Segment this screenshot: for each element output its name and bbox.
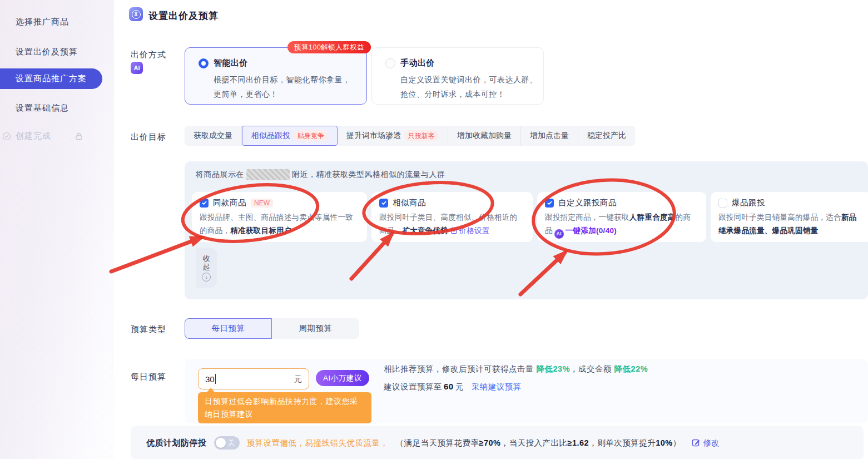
checkbox-checked-icon[interactable]	[200, 199, 209, 208]
yuan-badge-icon: ¥	[129, 7, 143, 21]
desc-line1: 根据不同出价目标，智能化帮你拿量，	[214, 75, 351, 84]
intro-prefix: 将商品展示在	[196, 170, 244, 180]
daily-budget-input[interactable]: 30 元	[198, 368, 309, 389]
collapse-button[interactable]: 收起 ‹	[196, 248, 217, 288]
one-key-add-link[interactable]: 一键添加(0/40)	[566, 226, 617, 235]
done-step-label: 创建完成	[16, 131, 51, 141]
bid-option-desc: 自定义设置关键词出价，可表达人群、 抢位、分时诉求，成本可控！	[400, 72, 538, 101]
segment-daily-budget[interactable]: 每日预算	[185, 318, 272, 339]
card-desc: 跟投品牌、主图、商品描述与卖点等属性一致的商品，精准获取目标用户	[200, 211, 359, 238]
impact-line: 相比推荐预算，修改后预计可获得点击量 降低23%，成交金额 降低22%	[384, 364, 648, 374]
tab-label: 增加点击量	[530, 131, 569, 141]
card-title: 自定义跟投商品	[558, 198, 617, 208]
tab-label: 获取成交量	[194, 131, 232, 141]
cond-value: ≥70%	[479, 438, 501, 447]
desc-bold: 继承爆品流量、爆品巩固销量	[718, 226, 818, 235]
card-title: 相似商品	[393, 198, 426, 208]
bid-target-label: 出价目标	[131, 132, 166, 142]
follow-card-same-product[interactable]: 同款商品 NEW 跟投品牌、主图、商品描述与卖点等属性一致的商品，精准获取目标用…	[192, 192, 367, 242]
budget-type-label: 预算类型	[131, 324, 166, 335]
lock-icon	[75, 132, 83, 141]
desc-bold: 人群重合度高	[629, 213, 676, 221]
desc-text: 跟投同叶子类目销量高的爆品，适合	[718, 213, 841, 221]
protection-toggle[interactable]: 关	[214, 436, 240, 450]
impact-mid: ，成交金额	[570, 364, 614, 373]
adopt-suggestion-link[interactable]: 采纳建议预算	[472, 382, 522, 391]
cond-text: ）	[673, 438, 681, 447]
tab-label: 提升词市场渗透	[346, 131, 401, 141]
suggest-value: 60	[442, 382, 455, 391]
sidebar-item-bid-budget[interactable]: 设置出价及预算	[16, 47, 78, 57]
tab-similar-follow[interactable]: 相似品跟投 贴身竞争	[242, 126, 338, 146]
desc-bold: 新品	[841, 213, 857, 221]
bid-option-desc: 根据不同出价目标，智能化帮你拿量， 更简单，更省心！	[214, 72, 351, 101]
suggest-unit: 元	[455, 382, 464, 391]
card-title: 爆品跟投	[732, 198, 765, 208]
bid-option-title: 手动出价	[400, 58, 435, 68]
sidebar-item-basic-info[interactable]: 设置基础信息	[16, 103, 69, 113]
budget-unit: 元	[294, 374, 302, 384]
cond-value: ≥1.62	[567, 438, 589, 447]
check-circle-icon	[2, 132, 11, 141]
tab-word-market[interactable]: 提升词市场渗透 只投新客	[338, 126, 448, 146]
budget-warning-tooltip: 日预算过低会影响新品扶持力度，建议您采纳日预算建议	[198, 392, 371, 423]
checkbox-checked-icon[interactable]	[379, 199, 388, 208]
tab-get-deals[interactable]: 获取成交量	[185, 126, 242, 146]
desc-text: 跟投同叶子类目、高度相似、价格相近的商品，	[379, 213, 517, 235]
steps-sidebar: 选择推广商品 设置出价及预算 设置商品推广方案 设置基础信息 创建完成	[0, 0, 114, 459]
toggle-state-label: 关	[228, 438, 235, 448]
active-step-label: 设置商品推广方案	[16, 73, 87, 84]
desc-bold: 精准获取目标用户	[230, 226, 291, 235]
protection-warning: 预算设置偏低，易撞线错失优质流量，	[247, 438, 389, 448]
price-setting-link[interactable]: 价格设置	[450, 226, 489, 235]
budget-value: 30	[205, 374, 215, 384]
blurred-product-name	[246, 169, 290, 180]
sidebar-item-create-done: 创建完成	[0, 131, 114, 141]
bid-target-tabs: 获取成交量 相似品跟投 贴身竞争 提升词市场渗透 只投新客 增加收藏加购量 增加…	[185, 126, 635, 146]
cond-text: ，则单次预算提升	[589, 438, 656, 447]
ai-suggestion-badge: AI小万建议	[316, 370, 369, 386]
follow-card-custom-follow[interactable]: 自定义跟投商品 跟投指定商品，一键获取人群重合度高的商品AI一键添加(0/40)	[537, 192, 706, 242]
tab-add-favorites[interactable]: 增加收藏加购量	[448, 126, 521, 146]
daily-budget-label: 每日预算	[131, 372, 166, 382]
budget-type-segments: 每日预算 周期预算	[185, 318, 359, 339]
card-desc: 跟投同叶子类目、高度相似、价格相近的商品，扩大竞争优势 价格设置	[379, 211, 525, 238]
tab-badge: 贴身竞争	[294, 130, 328, 141]
cond-text: ，当天投入产出比	[500, 438, 567, 447]
tooltip-arrow	[207, 388, 215, 392]
text-caret	[215, 374, 216, 384]
checkbox-checked-icon[interactable]	[545, 199, 554, 208]
follow-settings-panel: 将商品展示在 附近，精准获取类型风格相似的流量与人群 同款商品 NEW 跟投品牌…	[185, 161, 868, 299]
card-desc: 跟投同叶子类目销量高的爆品，适合新品继承爆品流量、爆品巩固销量	[718, 211, 864, 238]
toggle-knob	[216, 438, 226, 448]
yuan-glyph: ¥	[132, 10, 141, 19]
sidebar-item-select-product[interactable]: 选择推广商品	[16, 17, 69, 27]
checkbox-unchecked-icon[interactable]	[718, 199, 727, 208]
card-desc: 跟投指定商品，一键获取人群重合度高的商品AI一键添加(0/40)	[545, 211, 698, 239]
suggest-line: 建议设置预算至60元采纳建议预算	[384, 382, 522, 392]
tooltip-text: 日预算过低会影响新品扶持力度，建议您采纳日预算建议	[205, 397, 358, 418]
radio-selected-icon[interactable]	[199, 58, 209, 68]
bid-option-title: 智能出价	[214, 58, 248, 68]
protection-label: 优质计划防停投	[146, 438, 207, 448]
segment-cycle-budget[interactable]: 周期预算	[272, 318, 359, 339]
radio-unselected-icon[interactable]	[385, 58, 395, 68]
desc-line1: 自定义设置关键词出价，可表达人群、	[400, 75, 538, 84]
bid-option-smart[interactable]: 智能出价 根据不同出价目标，智能化帮你拿量， 更简单，更省心！	[185, 47, 367, 105]
tab-stable-roi[interactable]: 稳定投产比	[578, 126, 635, 146]
protection-row: 优质计划防停投 关 预算设置偏低，易撞线错失优质流量， （满足当天预算花费率≥7…	[131, 426, 864, 459]
protection-condition: （满足当天预算花费率≥70%，当天投入产出比≥1.62，则单次预算提升10%）	[396, 438, 681, 448]
follow-card-hot-product[interactable]: 爆品跟投 跟投同叶子类目销量高的爆品，适合新品继承爆品流量、爆品巩固销量	[711, 192, 868, 242]
impact-gmv-value: 降低22%	[614, 364, 648, 373]
follow-card-similar-product[interactable]: 相似商品 跟投同叶子类目、高度相似、价格相近的商品，扩大竞争优势 价格设置	[371, 192, 533, 242]
modify-link[interactable]: 修改	[692, 438, 720, 448]
page-title: 设置出价及预算	[148, 9, 219, 22]
tab-badge: 只投新客	[404, 130, 439, 141]
sidebar-item-promo-plan-active[interactable]: 设置商品推广方案	[0, 68, 102, 89]
bid-option-manual[interactable]: 手动出价 自定义设置关键词出价，可表达人群、 抢位、分时诉求，成本可控！	[371, 47, 544, 105]
tab-add-clicks[interactable]: 增加点击量	[521, 126, 578, 146]
desc-line2: 抢位、分时诉求，成本可控！	[400, 90, 505, 98]
desc-line2: 更简单，更省心！	[214, 90, 278, 98]
edit-note-icon	[692, 438, 701, 447]
new-badge: NEW	[251, 199, 273, 208]
